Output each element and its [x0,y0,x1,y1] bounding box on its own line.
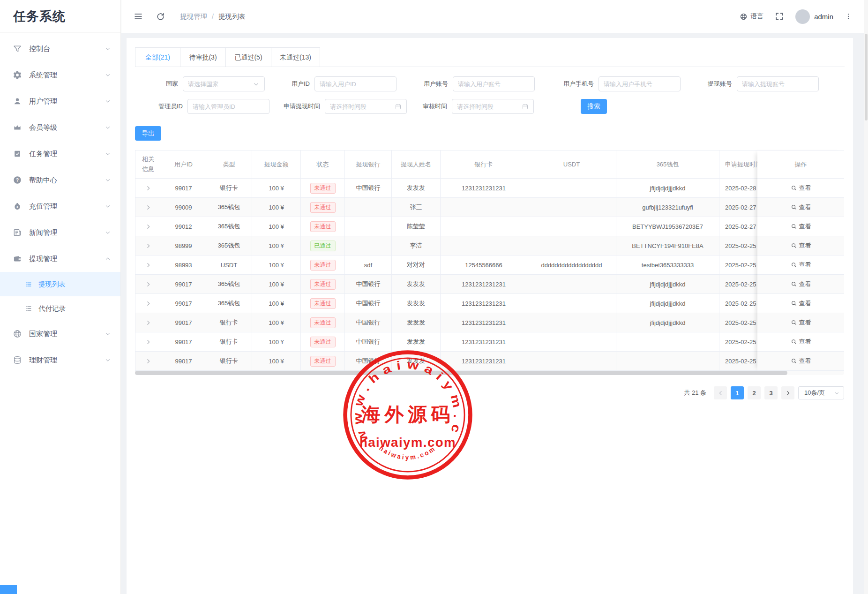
pagination-next-button[interactable] [781,386,794,399]
view-button[interactable]: 查看 [791,241,811,250]
sidebar-item[interactable]: 理财管理 [0,347,120,373]
sidebar-item-label: 理财管理 [29,356,105,365]
expand-row-button[interactable] [145,358,151,364]
news-icon [13,228,22,237]
user-menu[interactable]: admin [795,9,833,24]
table-cell-payee: 李洁 [392,236,441,256]
bottom-left-accent-bar [0,585,17,594]
pagination-page-button[interactable]: 1 [731,386,744,399]
table-cell-wallet365: testbet3653333333 [616,256,719,275]
expand-row-button[interactable] [145,224,151,230]
filter-select[interactable] [183,76,265,91]
table-cell-card: 1231231231231 [441,352,527,371]
table-cell-expand [135,236,161,256]
filter-date-input[interactable] [325,99,407,114]
expand-row-button[interactable] [145,204,151,211]
filter-label: 用户ID [286,80,310,88]
filter-input[interactable] [187,99,269,114]
horizontal-scrollbar[interactable] [135,371,844,375]
sidebar-item[interactable]: ¥充值管理 [0,193,120,219]
sidebar-item[interactable]: 会员等级 [0,114,120,141]
view-button[interactable]: 查看 [791,184,811,192]
status-badge: 未通过 [310,298,336,309]
filter-input[interactable] [599,76,681,91]
table-cell-usdt [527,313,616,332]
table-cell-status: 未通过 [301,198,345,217]
table-cell-user-id: 99017 [161,352,206,371]
horizontal-scrollbar-thumb[interactable] [135,371,787,375]
breadcrumb-section[interactable]: 提现管理 [180,12,207,21]
table-header-cell: 银行卡 [441,150,527,179]
view-button[interactable]: 查看 [791,299,811,308]
sidebar-item[interactable]: ?帮助中心 [0,167,120,193]
export-button[interactable]: 导出 [135,126,161,141]
view-button-label: 查看 [799,338,811,346]
sidebar-item[interactable]: 新闻管理 [0,219,120,246]
filter-input-field[interactable] [330,103,392,110]
fullscreen-icon[interactable] [775,12,784,21]
view-button[interactable]: 查看 [791,261,811,269]
table-cell-expand [135,332,161,352]
filter-input-field[interactable] [604,81,675,88]
hamburger-menu-icon[interactable] [134,12,143,21]
filter-input[interactable] [453,76,535,91]
view-button[interactable]: 查看 [791,203,811,211]
view-button[interactable]: 查看 [791,280,811,288]
expand-row-button[interactable] [145,320,151,326]
tab[interactable]: 待审批(3) [180,47,226,67]
table-cell-card [441,217,527,236]
search-button[interactable]: 搜索 [581,99,607,114]
vertical-scrollbar[interactable] [864,0,868,594]
filter-input-field[interactable] [193,103,264,110]
table-cell-user-id: 98999 [161,236,206,256]
view-button[interactable]: 查看 [791,357,811,365]
expand-row-button[interactable] [145,243,151,249]
view-button[interactable]: 查看 [791,222,811,231]
filter-input[interactable] [737,76,819,91]
expand-row-button[interactable] [145,262,151,268]
filter-input[interactable] [314,76,397,91]
pagination-page-button[interactable]: 2 [748,386,761,399]
table-row: 98993USDT100 ¥未通过sdf对对对12545566666dddddd… [135,256,844,275]
expand-row-button[interactable] [145,301,151,307]
table-cell-status: 未通过 [301,313,345,332]
table-cell-payee: 发发发 [392,332,441,352]
pagination-page-button[interactable]: 3 [764,386,778,399]
view-button[interactable]: 查看 [791,318,811,327]
sidebar-item[interactable]: 任务管理 [0,141,120,167]
table-header-cell: USDT [527,150,616,179]
sidebar-item[interactable]: 用户管理 [0,88,120,114]
filter-input-field[interactable] [458,81,530,88]
sidebar-item[interactable]: 控制台 [0,36,120,62]
sidebar-item[interactable]: 提现管理 [0,246,120,272]
sidebar-item[interactable]: 代付记录 [0,296,120,321]
filter-date-input[interactable] [452,99,534,114]
language-switcher[interactable]: 语言 [740,12,763,21]
tab[interactable]: 全部(21) [135,47,180,67]
filter-input-field[interactable] [188,81,250,88]
filter-input-field[interactable] [457,103,519,110]
expand-row-button[interactable] [145,185,151,191]
expand-row-button[interactable] [145,339,151,345]
crown-icon [13,123,22,132]
magnifier-icon [791,242,797,249]
table-cell-type: 银行卡 [206,313,252,332]
magnifier-icon [791,262,797,268]
tab[interactable]: 已通过(5) [226,47,271,67]
view-button[interactable]: 查看 [791,338,811,346]
pagination-prev-button[interactable] [714,386,727,399]
refresh-icon[interactable] [156,12,165,21]
vertical-scrollbar-thumb[interactable] [865,34,868,120]
sidebar-item[interactable]: 系统管理 [0,62,120,88]
tab[interactable]: 未通过(13) [271,47,320,67]
sidebar-item[interactable]: 提现列表 [0,272,120,296]
sidebar: 任务系统 控制台系统管理用户管理会员等级任务管理?帮助中心¥充值管理新闻管理提现… [0,0,121,594]
filter-input-field[interactable] [320,81,391,88]
kebab-menu-icon[interactable] [845,13,852,20]
page-size-select[interactable]: 10条/页 [798,386,844,399]
expand-row-button[interactable] [145,281,151,287]
table-cell-card [441,236,527,256]
table-cell-wallet365 [616,352,719,371]
sidebar-item[interactable]: 国家管理 [0,321,120,347]
filter-input-field[interactable] [742,81,814,88]
